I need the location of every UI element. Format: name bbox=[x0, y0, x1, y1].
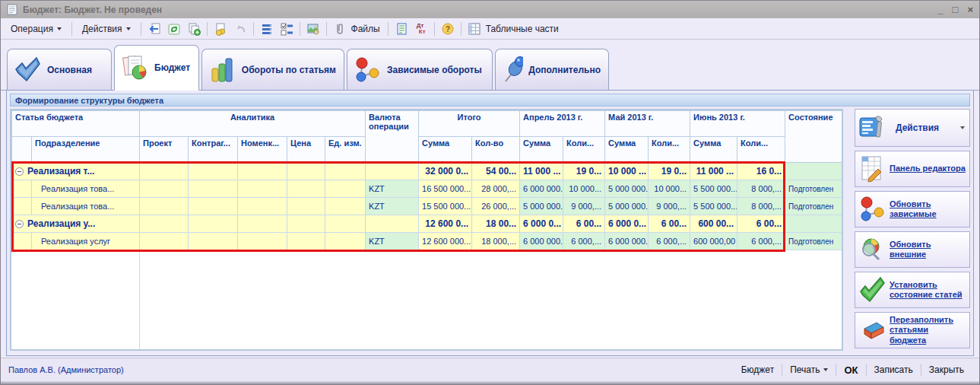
spreadsheet-pencil-icon bbox=[858, 155, 886, 183]
actions-button[interactable]: Действия bbox=[855, 109, 970, 147]
tab-strip: Основная Бюджет Обороты по статьям Завис… bbox=[1, 40, 979, 91]
tab-additional[interactable]: Дополнительно bbox=[495, 49, 609, 90]
header-row-sub: Подразделение Проект Контраг... Номенк..… bbox=[12, 137, 842, 163]
copy-button[interactable] bbox=[185, 21, 203, 37]
table-row: Реализация това... KZT 15 500 000... 26 … bbox=[12, 198, 842, 215]
minimize-button[interactable]: _ bbox=[937, 5, 943, 14]
set-article-state-button[interactable]: Установить состояние статей bbox=[855, 272, 970, 308]
close-form-button[interactable]: Закрыть bbox=[921, 364, 972, 375]
separator bbox=[253, 22, 254, 36]
image-preview-icon bbox=[306, 22, 320, 36]
status-bar: Павлов А.В. (Администратор) Бюджет Печат… bbox=[1, 358, 979, 381]
collapse-icon[interactable] bbox=[15, 220, 24, 228]
ok-button[interactable]: ОК bbox=[836, 364, 865, 376]
undo-arrow-icon bbox=[233, 22, 247, 36]
maximize-button[interactable]: □ bbox=[953, 5, 959, 14]
tabular-parts-label[interactable]: Табличные части bbox=[485, 24, 563, 34]
refresh-icon bbox=[167, 22, 181, 36]
col-unit: Ед. изм. bbox=[325, 137, 366, 163]
status-cell[interactable]: Подготовлен bbox=[785, 198, 842, 215]
refresh-dependent-button[interactable]: Обновить зависимые bbox=[855, 191, 970, 228]
actions-menu[interactable]: Действия bbox=[76, 21, 137, 37]
separator bbox=[300, 22, 300, 36]
close-button[interactable]: × bbox=[967, 5, 973, 14]
svg-text:?: ? bbox=[446, 25, 450, 33]
col-expand bbox=[12, 137, 32, 163]
table-row: Реализация това... KZT 16 500 000... 28 … bbox=[12, 180, 842, 198]
col-sum: Сумма bbox=[690, 137, 737, 163]
refresh-external-button[interactable]: Обновить внешние bbox=[855, 231, 970, 268]
chevron-down-icon bbox=[57, 27, 62, 30]
undo-button[interactable] bbox=[231, 21, 249, 37]
files-button[interactable] bbox=[331, 21, 349, 37]
bar-chart-icon bbox=[208, 56, 236, 84]
list-structure-button[interactable] bbox=[258, 21, 276, 37]
picture-button[interactable] bbox=[304, 21, 322, 37]
col-currency: Валюта операции bbox=[366, 111, 419, 163]
collapse-icon[interactable] bbox=[15, 167, 24, 176]
copy-document-icon bbox=[187, 22, 201, 36]
budget-button[interactable]: Бюджет bbox=[734, 364, 782, 375]
blueprint-wrench-icon bbox=[858, 114, 886, 142]
col-qty: Коли... bbox=[563, 137, 605, 163]
form-content: Формирование структуры бюджета Статья бю… bbox=[6, 91, 974, 356]
separator bbox=[388, 22, 389, 36]
col-project: Проект bbox=[140, 137, 189, 163]
panel-caption: Формирование структуры бюджета bbox=[10, 94, 970, 107]
report-button[interactable] bbox=[392, 21, 411, 37]
enter-on-basis-button[interactable] bbox=[211, 21, 230, 37]
col-sum: Сумма bbox=[605, 137, 649, 163]
col-article: Статья бюджета bbox=[12, 111, 140, 137]
col-analytics: Аналитика bbox=[140, 111, 366, 137]
write-button[interactable]: Записать bbox=[867, 364, 921, 375]
col-state: Состояние bbox=[785, 111, 842, 163]
col-june: Июнь 2013 г. bbox=[690, 111, 785, 137]
list-icon bbox=[260, 22, 274, 36]
help-icon: ? bbox=[441, 22, 455, 36]
window-frame bbox=[1, 381, 979, 384]
window-title: Бюджет: Бюджет. Не проведен bbox=[23, 5, 162, 15]
tab-dependent-turnovers[interactable]: Зависимые обороты bbox=[347, 49, 493, 90]
budget-documents-icon bbox=[120, 53, 149, 82]
col-price: Цена bbox=[287, 137, 325, 163]
col-may: Май 2013 г. bbox=[605, 111, 690, 137]
document-icon bbox=[7, 4, 17, 15]
chevron-down-icon bbox=[126, 27, 131, 30]
tab-turnovers-by-articles[interactable]: Обороты по статьям bbox=[201, 49, 344, 90]
print-button[interactable]: Печать bbox=[782, 364, 836, 375]
refill-articles-button[interactable]: Перезаполнить статьями бюджета bbox=[855, 312, 970, 348]
table-row: Реализация услуг KZT 12 600 000... 18 00… bbox=[12, 233, 842, 250]
status-cell[interactable]: Подготовлен bbox=[785, 180, 842, 198]
status-cell[interactable]: Подготовлен bbox=[785, 233, 842, 250]
pushpin-icon bbox=[501, 56, 523, 84]
post-document-button[interactable] bbox=[145, 21, 163, 37]
tab-main[interactable]: Основная bbox=[7, 49, 112, 90]
document-coins-icon bbox=[214, 22, 227, 36]
separator bbox=[141, 22, 141, 36]
col-total: Итого bbox=[419, 111, 520, 137]
grid-column-line bbox=[139, 252, 140, 349]
document-back-arrow-icon bbox=[147, 22, 161, 36]
chevron-down-icon bbox=[823, 368, 828, 371]
tab-budget[interactable]: Бюджет bbox=[114, 45, 199, 91]
checkmark-icon bbox=[13, 56, 42, 84]
paperclip-icon bbox=[335, 22, 345, 36]
sidebar: Действия Панель редактора Обновить завис… bbox=[855, 109, 970, 351]
col-contractor: Контраг... bbox=[189, 137, 238, 163]
app-window: Бюджет: Бюджет. Не проведен _ □ × Операц… bbox=[0, 0, 980, 385]
help-button[interactable]: ? bbox=[439, 21, 457, 37]
files-label[interactable]: Файлы bbox=[350, 24, 384, 34]
list-settings-icon bbox=[280, 22, 293, 36]
col-april: Апрель 2013 г. bbox=[520, 111, 605, 137]
table-row: Реализация т... 32 000 0... 54 00... 11 … bbox=[12, 163, 842, 180]
title-bar: Бюджет: Бюджет. Не проведен _ □ × bbox=[1, 1, 979, 18]
editor-panel-button[interactable]: Панель редактора bbox=[855, 151, 970, 187]
molecule-icon bbox=[353, 56, 382, 84]
col-qty: Коли... bbox=[737, 137, 785, 163]
refresh-button[interactable] bbox=[165, 21, 183, 37]
operation-menu[interactable]: Операция bbox=[5, 21, 68, 37]
dt-kt-button[interactable]: ДтКт bbox=[412, 21, 430, 37]
table-row: Реализация у... 12 600 0... 18 00... 6 0… bbox=[12, 215, 842, 233]
list-settings-button[interactable] bbox=[278, 21, 296, 37]
tabular-parts-button[interactable] bbox=[465, 21, 484, 37]
